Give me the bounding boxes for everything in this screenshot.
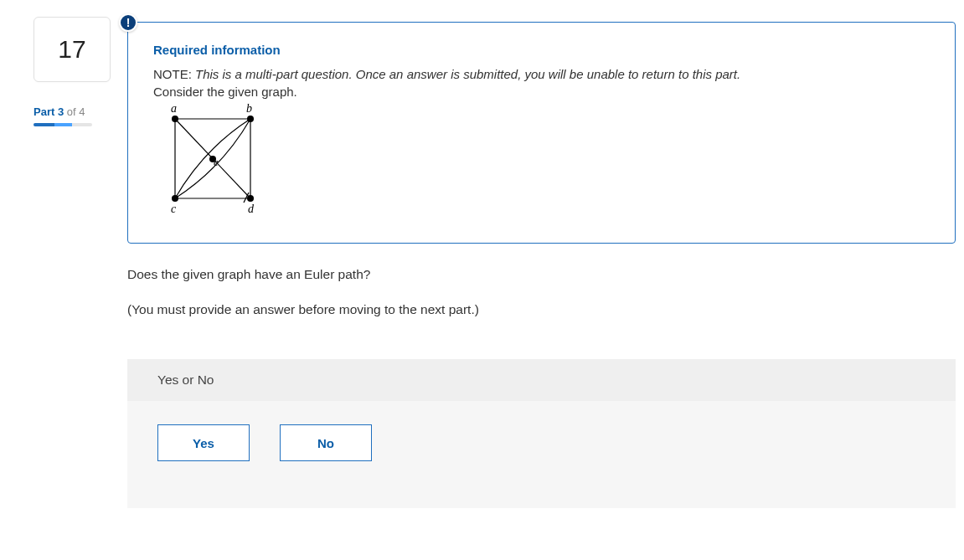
- progress-bar: [34, 123, 92, 126]
- vertex-label-b: b: [246, 102, 252, 115]
- note-line: NOTE: This is a multi-part question. Onc…: [153, 65, 930, 83]
- svg-point-9: [247, 195, 254, 202]
- note-label: NOTE:: [153, 67, 195, 81]
- part-total: of 4: [64, 105, 85, 118]
- yes-button[interactable]: Yes: [157, 424, 250, 461]
- consider-text: Consider the given graph.: [153, 85, 930, 99]
- answer-area: Yes or No Yes No: [127, 359, 956, 508]
- svg-point-10: [209, 156, 216, 162]
- question-number: 17: [58, 35, 85, 64]
- no-button[interactable]: No: [280, 424, 372, 461]
- answer-header: Yes or No: [127, 359, 956, 401]
- note-text: This is a multi-part question. Once an a…: [195, 67, 740, 81]
- svg-point-7: [247, 116, 254, 122]
- svg-point-6: [172, 116, 178, 122]
- part-current: Part 3: [34, 105, 64, 118]
- svg-point-8: [172, 195, 178, 202]
- answer-buttons: Yes No: [127, 401, 956, 508]
- vertex-label-a: a: [171, 102, 177, 115]
- required-info-box: ! Required information NOTE: This is a m…: [127, 22, 956, 244]
- info-icon: !: [119, 13, 137, 32]
- vertex-label-d: d: [248, 203, 255, 215]
- vertex-label-c: c: [171, 203, 177, 215]
- question-number-box: 17: [34, 17, 111, 82]
- required-info-title: Required information: [153, 43, 930, 57]
- graph-figure: a b c d e: [158, 102, 930, 223]
- progress-segment-1: [34, 123, 54, 126]
- progress-segment-2: [54, 123, 72, 126]
- part-label: Part 3 of 4: [34, 105, 111, 118]
- instruction-text: (You must provide an answer before movin…: [127, 302, 956, 317]
- question-text: Does the given graph have an Euler path?: [127, 267, 956, 282]
